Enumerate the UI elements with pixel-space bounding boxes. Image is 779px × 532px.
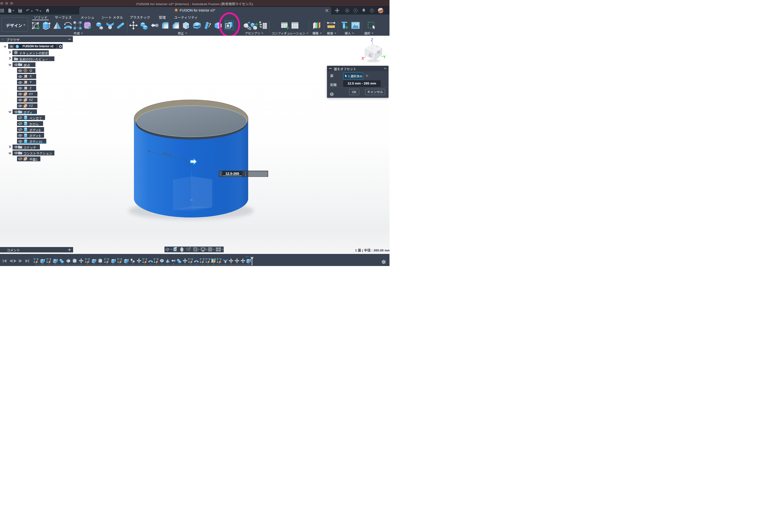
svg-text:Z: Z [371,38,373,42]
svg-text:Y: Y [383,55,386,59]
svg-text:右: 右 [368,52,373,58]
svg-text:X: X [361,56,364,61]
